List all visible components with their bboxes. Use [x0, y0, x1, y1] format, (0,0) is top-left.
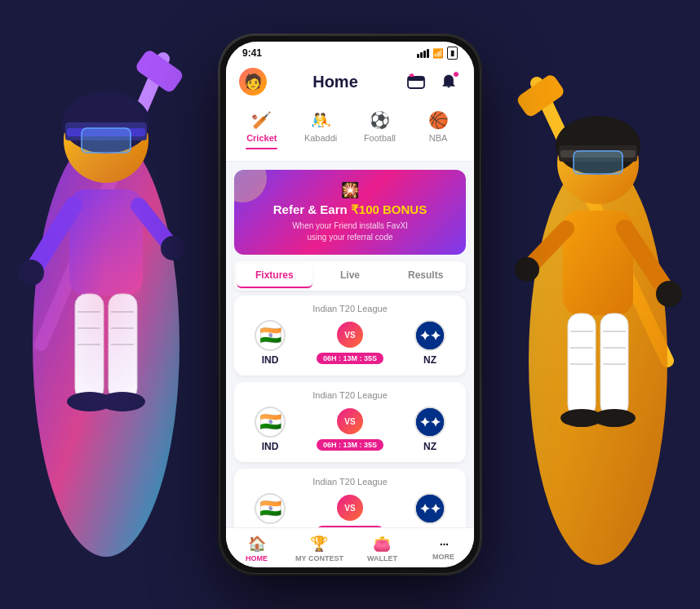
match-league-2: Indian T20 League: [246, 390, 454, 400]
main-content: 🎇 Refer & Earn ₹100 BONUS When your Frie…: [226, 162, 474, 527]
vs-badge-2: VS: [337, 408, 363, 434]
cricketer-right-illustration: [504, 59, 692, 593]
tab-results[interactable]: Results: [388, 264, 463, 288]
nba-icon: 🏀: [428, 110, 449, 130]
app-header: 🧑 Home: [226, 63, 474, 102]
cricketer-left-illustration: [8, 34, 204, 593]
sport-tabs: 🏏 Cricket 🤼 Kabaddi ⚽ Football 🏀 NBA: [226, 102, 474, 162]
wallet-nav-label: Wallet: [367, 554, 397, 562]
svg-rect-48: [408, 77, 424, 81]
nav-more[interactable]: ··· MORE: [421, 535, 466, 562]
more-nav-label: MORE: [432, 553, 454, 561]
wallet-icon-btn[interactable]: [404, 69, 428, 94]
vs-badge-1: VS: [337, 322, 363, 348]
timer-2: 06H : 13M : 35S: [317, 439, 383, 451]
phone-screen: 9:41 📶 ▮ 🧑 Home: [226, 42, 474, 567]
match-card-2[interactable]: Indian T20 League 🇮🇳 IND VS 06H : 13M : …: [234, 382, 466, 462]
match-card-1[interactable]: Indian T20 League 🇮🇳 IND VS 06H : 13M : …: [234, 296, 466, 376]
battery-icon: ▮: [447, 47, 458, 60]
tab-nba[interactable]: 🏀 NBA: [416, 107, 461, 153]
timer-1: 06H : 13M : 35S: [317, 353, 383, 364]
avatar[interactable]: 🧑: [239, 68, 267, 96]
promo-banner[interactable]: 🎇 Refer & Earn ₹100 BONUS When your Frie…: [234, 170, 466, 255]
header-title: Home: [312, 73, 358, 91]
svg-rect-38: [600, 313, 628, 416]
match-league-3: Indian T20 League: [246, 477, 454, 487]
nz-flag-3: ✦✦: [414, 493, 445, 524]
promo-subtitle: When your Friend installs FavXI using yo…: [247, 220, 453, 243]
football-icon: ⚽: [370, 110, 390, 130]
team-ind-1: 🇮🇳 IND: [246, 320, 295, 366]
tab-football[interactable]: ⚽ Football: [357, 107, 402, 153]
nav-home[interactable]: 🏠 HOME: [234, 535, 279, 562]
signal-icon: [417, 49, 429, 58]
match-card-3[interactable]: Indian T20 League 🇮🇳 IND VS 06H : 13M : …: [234, 469, 466, 527]
svg-point-36: [515, 257, 539, 282]
home-nav-label: HOME: [246, 554, 268, 562]
team-ind-3: 🇮🇳 IND: [246, 493, 295, 527]
svg-point-23: [37, 116, 175, 442]
bell-icon-btn[interactable]: [436, 69, 461, 94]
status-icons: 📶 ▮: [417, 47, 458, 60]
more-nav-icon: ···: [439, 535, 448, 551]
cricket-label: Cricket: [246, 133, 277, 143]
nba-label: NBA: [429, 133, 448, 143]
contest-nav-label: MY CONTEST: [295, 554, 343, 562]
notification-dot: [453, 71, 459, 78]
match-filter-tabs: Fixtures Live Results: [234, 261, 466, 291]
ind-flag-2: 🇮🇳: [255, 407, 286, 438]
vs-badge-3: VS: [337, 495, 363, 521]
nav-wallet[interactable]: 👛 Wallet: [360, 535, 405, 562]
svg-rect-31: [574, 151, 622, 174]
contest-nav-icon: 🏆: [310, 535, 328, 553]
vs-section-1: VS 06H : 13M : 35S: [317, 322, 383, 364]
wifi-icon: 📶: [432, 48, 444, 59]
wallet-nav-icon: 👛: [373, 535, 391, 553]
team-ind-2: 🇮🇳 IND: [246, 407, 295, 452]
nz-flag-1: ✦✦: [414, 320, 445, 351]
tab-fixtures[interactable]: Fixtures: [237, 264, 312, 288]
ind-flag-3: 🇮🇳: [255, 493, 286, 524]
cricket-icon: 🏏: [251, 110, 272, 130]
kabaddi-icon: 🤼: [311, 110, 331, 130]
team-nz-2: ✦✦ NZ: [405, 407, 454, 452]
home-nav-icon: 🏠: [248, 535, 266, 553]
tab-kabaddi[interactable]: 🤼 Kabaddi: [298, 107, 343, 153]
phone-frame: 9:41 📶 ▮ 🧑 Home: [219, 35, 481, 574]
tab-live[interactable]: Live: [312, 264, 388, 288]
nz-flag-2: ✦✦: [414, 407, 445, 438]
status-bar: 9:41 📶 ▮: [226, 42, 474, 63]
tab-cricket[interactable]: 🏏 Cricket: [239, 107, 284, 153]
status-time: 9:41: [242, 47, 262, 59]
bottom-nav: 🏠 HOME 🏆 MY CONTEST 👛 Wallet ··· MORE: [226, 527, 474, 567]
ind-flag-1: 🇮🇳: [255, 320, 286, 351]
football-label: Football: [364, 133, 396, 143]
kabaddi-label: Kabaddi: [304, 133, 337, 143]
match-league-1: Indian T20 League: [246, 304, 454, 313]
team-nz-1: ✦✦ NZ: [405, 320, 454, 366]
svg-point-46: [593, 409, 636, 427]
vs-section-3: VS 06H : 13M : 35S: [317, 495, 383, 527]
vs-section-2: VS 06H : 13M : 35S: [317, 408, 383, 451]
svg-point-35: [656, 281, 682, 307]
svg-rect-37: [568, 313, 596, 416]
promo-title: Refer & Earn ₹100 BONUS: [247, 202, 453, 217]
nav-my-contest[interactable]: 🏆 MY CONTEST: [295, 535, 343, 562]
team-nz-3: ✦✦ NZ: [405, 493, 454, 527]
header-icons: [404, 69, 461, 94]
